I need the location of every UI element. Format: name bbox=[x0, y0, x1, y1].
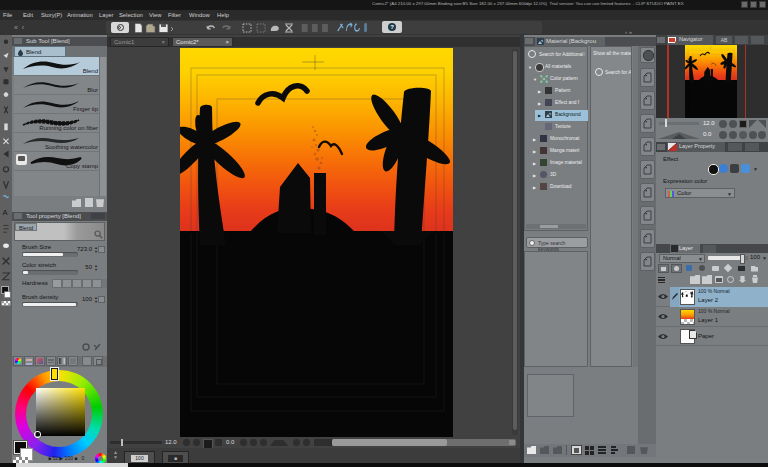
svg-text:A: A bbox=[3, 208, 9, 217]
